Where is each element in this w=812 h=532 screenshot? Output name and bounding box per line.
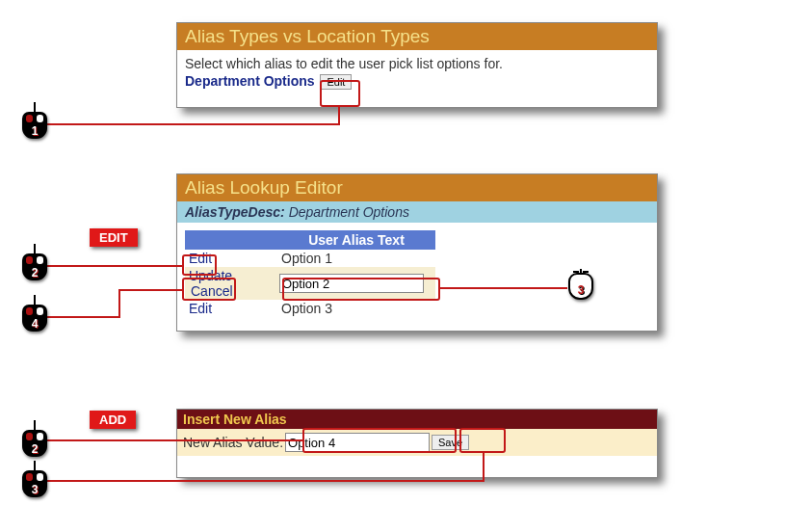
alias-text-input[interactable]: [279, 274, 424, 293]
new-alias-input[interactable]: [285, 433, 430, 452]
type-label: AliasTypeDesc:: [185, 204, 285, 220]
type-value: Department Options: [289, 204, 409, 220]
panel-title: Alias Types vs Location Types: [177, 23, 657, 50]
panel-title: Alias Lookup Editor: [177, 174, 657, 201]
callout-badge-2: 2: [22, 253, 47, 280]
panel-insert-alias: Insert New Alias New Alias Value: Save: [176, 409, 658, 478]
save-button[interactable]: Save: [432, 435, 469, 450]
panel-title: Insert New Alias: [177, 410, 657, 429]
alias-text: Option 1: [277, 250, 435, 267]
add-label: ADD: [90, 411, 136, 429]
alias-table: User Alias Text Edit Option 1 Update Can…: [185, 230, 435, 317]
panel-alias-lookup: Alias Lookup Editor AliasTypeDesc: Depar…: [176, 173, 658, 332]
edit-link[interactable]: Edit: [189, 301, 212, 316]
col-text: User Alias Text: [277, 230, 435, 250]
callout-badge-1: 1: [22, 112, 47, 139]
subheader: AliasTypeDesc: Department Options: [177, 201, 657, 223]
option-label: Department Options: [185, 73, 315, 89]
callout-badge-3-cursor: 3: [568, 273, 593, 300]
col-action: [185, 230, 277, 250]
callout-badge-2b: 2: [22, 430, 47, 457]
alias-text: Option 3: [277, 300, 435, 317]
cancel-link[interactable]: Cancel: [191, 283, 233, 299]
edit-button[interactable]: Edit: [320, 74, 352, 90]
edit-label: EDIT: [90, 228, 138, 247]
update-link[interactable]: Update: [189, 268, 232, 283]
table-row: Edit Option 3: [185, 300, 435, 317]
instruction-text: Select which alias to edit the user pick…: [185, 56, 649, 71]
table-row: Edit Option 1: [185, 250, 435, 267]
new-alias-label: New Alias Value:: [183, 435, 283, 450]
panel-alias-types: Alias Types vs Location Types Select whi…: [176, 22, 658, 108]
callout-badge-3b: 3: [22, 470, 47, 497]
table-row: Update Cancel: [185, 267, 435, 300]
callout-badge-4: 4: [22, 305, 47, 332]
edit-link[interactable]: Edit: [189, 251, 212, 266]
